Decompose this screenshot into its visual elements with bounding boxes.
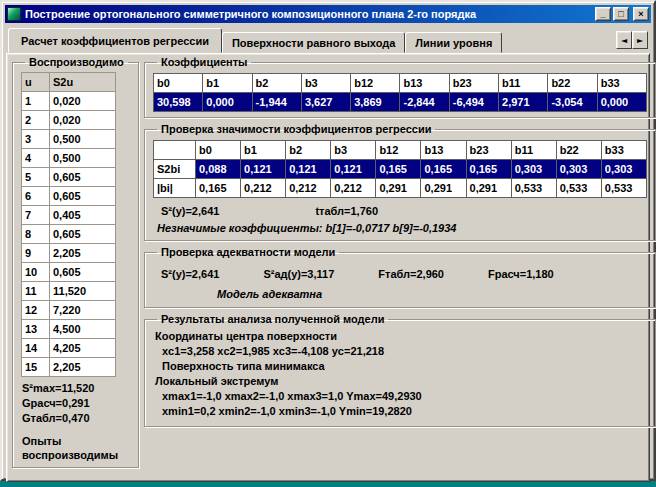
tab-scroll-right-icon[interactable]: ► xyxy=(632,31,648,49)
results-line: xc1=3,258 xc2=1,985 xc3=-4,108 yc=21,218 xyxy=(162,344,647,359)
u-cell[interactable]: 14 xyxy=(22,339,50,358)
s2u-cell[interactable]: 2,205 xyxy=(50,358,116,377)
u-cell[interactable]: 2 xyxy=(22,111,50,130)
bi-value[interactable]: 0,533 xyxy=(511,179,556,198)
table-row: 50,605 xyxy=(22,168,116,187)
coef-header: b2 xyxy=(252,74,301,93)
s2max-value: S²max=11,520 xyxy=(21,381,130,396)
s2u-cell[interactable]: 0,405 xyxy=(50,206,116,225)
coef-value[interactable]: -1,944 xyxy=(252,93,301,112)
title-bar[interactable]: Построение ортогонального симметричного … xyxy=(5,5,651,23)
bi-value[interactable]: 0,212 xyxy=(331,179,376,198)
results-line: Локальный экстремум xyxy=(155,374,647,389)
coef-value[interactable]: 3,627 xyxy=(301,93,350,112)
table-row: 40,500 xyxy=(22,149,116,168)
s2u-cell[interactable]: 0,605 xyxy=(50,168,116,187)
reproducibility-panel: Воспроизводимо u S2u 10,020 20,020 30,50… xyxy=(12,56,139,473)
coefficients-table: b0 b1 b2 b3 b12 b13 b23 b11 b22 b33 30,5… xyxy=(153,73,647,112)
tab-scroll-left-icon[interactable]: ◄ xyxy=(616,31,632,49)
bi-value[interactable]: 0,291 xyxy=(376,179,421,198)
coef-header: b13 xyxy=(421,141,466,160)
s2y-value: S²(y)=2,641 xyxy=(161,205,219,217)
table-row: 92,205 xyxy=(22,244,116,263)
s2u-cell[interactable]: 0,020 xyxy=(50,111,116,130)
s2u-cell[interactable]: 11,520 xyxy=(50,282,116,301)
u-cell[interactable]: 10 xyxy=(22,263,50,282)
u-cell[interactable]: 7 xyxy=(22,206,50,225)
bi-value[interactable]: 0,212 xyxy=(286,179,331,198)
reproducibility-table: u S2u 10,020 20,020 30,500 40,500 50,605… xyxy=(21,72,116,377)
bi-value[interactable]: 0,291 xyxy=(466,179,511,198)
bi-value[interactable]: 0,533 xyxy=(556,179,601,198)
coef-value[interactable]: 3,869 xyxy=(351,93,400,112)
s2u-cell[interactable]: 0,500 xyxy=(50,149,116,168)
s2bi-value[interactable]: 0,165 xyxy=(466,160,511,179)
s2u-cell[interactable]: 7,220 xyxy=(50,301,116,320)
u-cell[interactable]: 8 xyxy=(22,225,50,244)
s2u-cell[interactable]: 0,605 xyxy=(50,263,116,282)
u-cell[interactable]: 9 xyxy=(22,244,50,263)
f-calc-value: Fрасч=1,180 xyxy=(488,268,554,280)
bi-value[interactable]: 0,533 xyxy=(601,179,646,198)
s2bi-value[interactable]: 0,303 xyxy=(556,160,601,179)
coef-value[interactable]: -6,494 xyxy=(449,93,498,112)
coef-value[interactable]: 0,000 xyxy=(597,93,646,112)
s2bi-value[interactable]: 0,165 xyxy=(421,160,466,179)
s2bi-value[interactable]: 0,121 xyxy=(241,160,286,179)
u-cell[interactable]: 11 xyxy=(22,282,50,301)
minimize-button[interactable]: _ xyxy=(595,7,611,21)
bi-value[interactable]: 0,291 xyxy=(421,179,466,198)
coefficients-groupbox: Коэффициенты b0 b1 b2 b3 b12 b13 b23 b11… xyxy=(144,56,656,118)
col-header-s2u: S2u xyxy=(50,73,116,92)
u-cell[interactable]: 15 xyxy=(22,358,50,377)
tab-level-lines[interactable]: Линии уровня xyxy=(405,32,502,53)
coef-header: b33 xyxy=(597,74,646,93)
u-cell[interactable]: 4 xyxy=(22,149,50,168)
tab-equal-output-surfaces[interactable]: Поверхности равного выхода xyxy=(222,32,405,53)
u-cell[interactable]: 6 xyxy=(22,187,50,206)
adequacy-groupbox: Проверка адекватности модели S²(y)=2,641… xyxy=(144,246,656,308)
g-calc-value: Gрасч=0,291 xyxy=(21,396,130,411)
coef-value[interactable]: 2,971 xyxy=(499,93,548,112)
s2u-cell[interactable]: 2,205 xyxy=(50,244,116,263)
table-row: 30,500 xyxy=(22,130,116,149)
u-cell[interactable]: 5 xyxy=(22,168,50,187)
u-cell[interactable]: 1 xyxy=(22,92,50,111)
tab-regression-coefficients[interactable]: Расчет коэффициентов регрессии xyxy=(8,28,222,53)
coef-value[interactable]: -3,054 xyxy=(548,93,597,112)
s2bi-value[interactable]: 0,121 xyxy=(286,160,331,179)
significance-caption: Проверка значимости коэффициентов регрес… xyxy=(157,123,435,135)
table-row: S2bi 0,088 0,121 0,121 0,121 0,165 0,165… xyxy=(154,160,647,179)
s2bi-value[interactable]: 0,165 xyxy=(376,160,421,179)
s2u-cell[interactable]: 4,205 xyxy=(50,339,116,358)
u-cell[interactable]: 3 xyxy=(22,130,50,149)
t-table-value: tтабл=1,760 xyxy=(315,205,378,217)
s2u-cell[interactable]: 0,605 xyxy=(50,225,116,244)
close-button[interactable]: × xyxy=(633,7,649,21)
s2u-cell[interactable]: 0,020 xyxy=(50,92,116,111)
results-line: Координаты центра поверхности xyxy=(155,329,647,344)
s2bi-value[interactable]: 0,121 xyxy=(331,160,376,179)
coef-header: b12 xyxy=(376,141,421,160)
s2u-cell[interactable]: 0,500 xyxy=(50,130,116,149)
bi-value[interactable]: 0,165 xyxy=(196,179,241,198)
table-row: 100,605 xyxy=(22,263,116,282)
analysis-panel: Коэффициенты b0 b1 b2 b3 b12 b13 b23 b11… xyxy=(144,56,656,432)
coef-value[interactable]: -2,844 xyxy=(400,93,449,112)
u-cell[interactable]: 13 xyxy=(22,320,50,339)
s2bi-value[interactable]: 0,088 xyxy=(196,160,241,179)
adequacy-caption: Проверка адекватности модели xyxy=(157,246,339,258)
s2u-cell[interactable]: 0,605 xyxy=(50,187,116,206)
coef-header: b11 xyxy=(499,74,548,93)
u-cell[interactable]: 12 xyxy=(22,301,50,320)
coefficients-caption: Коэффициенты xyxy=(157,56,251,68)
coef-header: b22 xyxy=(556,141,601,160)
s2bi-value[interactable]: 0,303 xyxy=(511,160,556,179)
s2u-cell[interactable]: 4,500 xyxy=(50,320,116,339)
s2bi-value[interactable]: 0,303 xyxy=(601,160,646,179)
coef-value[interactable]: 30,598 xyxy=(154,93,203,112)
coef-value[interactable]: 0,000 xyxy=(203,93,252,112)
bi-value[interactable]: 0,212 xyxy=(241,179,286,198)
coef-header: b3 xyxy=(301,74,350,93)
maximize-button[interactable]: □ xyxy=(613,7,629,21)
